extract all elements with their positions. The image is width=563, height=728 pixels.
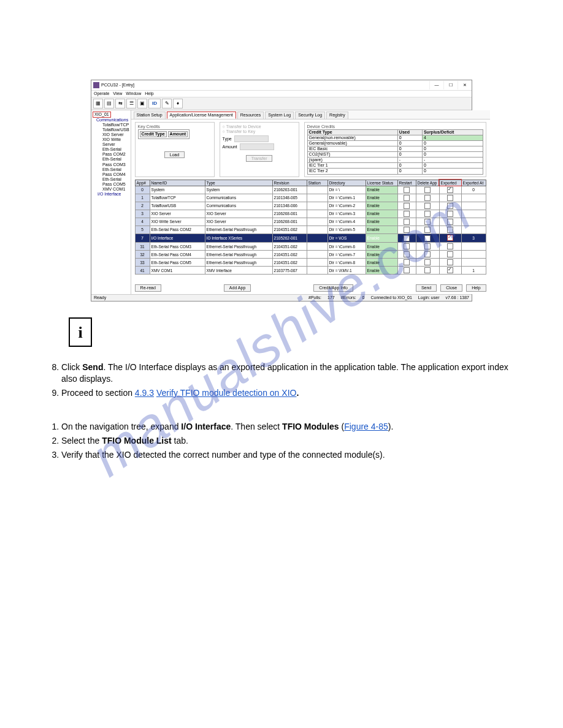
checkbox-icon[interactable] xyxy=(404,195,410,201)
table-header[interactable]: Exported At xyxy=(461,180,486,186)
link-figure-4-85[interactable]: Figure 4-85 xyxy=(344,422,388,431)
transfer-type-field[interactable] xyxy=(234,135,269,142)
checkbox-icon[interactable] xyxy=(424,211,431,217)
checkbox-icon[interactable] xyxy=(424,251,431,257)
add-app-button[interactable]: Add App xyxy=(224,284,251,292)
checkbox-icon[interactable] xyxy=(404,267,410,273)
transfer-to-device-radio[interactable]: ○ Transfer to Device xyxy=(223,124,296,129)
link-section-493[interactable]: 4.9.3 xyxy=(135,388,154,398)
tree-item[interactable]: XMV COM1 xyxy=(102,187,129,192)
checkbox-icon[interactable] xyxy=(447,259,453,265)
title-bar[interactable]: PCCU32 - [Entry] — ☐ ✕ xyxy=(91,80,472,91)
transfer-to-key-radio[interactable]: ○ Transfer to Key xyxy=(223,129,296,134)
checkbox-icon[interactable] xyxy=(424,203,431,209)
checkbox-icon[interactable] xyxy=(404,203,410,209)
menu-help[interactable]: Help xyxy=(145,91,153,96)
credit-app-info-button[interactable]: Credit/App Info xyxy=(313,284,353,292)
table-row[interactable]: 4XIO Write ServerXIO Server2106268-001Di… xyxy=(135,218,486,226)
table-row[interactable]: 0SystemSystem2106263-001Dir = \Enable0 xyxy=(135,186,486,194)
table-row[interactable]: 3XIO ServerXIO Server2106268-001Dir = \C… xyxy=(135,210,486,218)
checkbox-icon[interactable] xyxy=(447,211,453,217)
checkbox-icon[interactable] xyxy=(424,243,431,249)
close-button[interactable]: ✕ xyxy=(458,81,472,89)
send-button[interactable]: Send xyxy=(416,284,437,292)
table-header[interactable]: Name/ID xyxy=(150,180,205,186)
tab-resources[interactable]: Resources xyxy=(237,112,264,119)
checkbox-icon[interactable] xyxy=(424,267,431,273)
nav-tree[interactable]: XIO_01 Communications Totalflow/TCP Tota… xyxy=(91,110,131,294)
table-row[interactable]: 31Eth-Serial Pass COM3Ethernet-Serial Pa… xyxy=(135,243,486,251)
transfer-button[interactable]: Transfer xyxy=(246,155,273,162)
tab-station-setup[interactable]: Station Setup xyxy=(134,112,166,119)
checkbox-icon[interactable] xyxy=(404,227,410,233)
tree-item[interactable]: XIO Write Server xyxy=(102,137,129,147)
tab-app-license-mgmt[interactable]: Application/License Management xyxy=(167,112,236,119)
load-button[interactable]: Load xyxy=(164,151,185,158)
tree-item[interactable]: Eth-Serial Pass COM2 xyxy=(102,147,129,157)
tree-communications[interactable]: Communications xyxy=(96,118,129,123)
toolbar-icon[interactable]: ⇆ xyxy=(115,99,125,108)
table-header[interactable]: App# xyxy=(135,180,150,186)
toolbar-icon[interactable]: ☰ xyxy=(126,99,136,108)
link-verify-tfio[interactable]: Verify TFIO module detection on XIO xyxy=(156,388,297,398)
checkbox-icon[interactable] xyxy=(447,227,453,233)
checkbox-checked-icon[interactable] xyxy=(447,235,453,241)
close-button-panel[interactable]: Close xyxy=(440,284,462,292)
table-header[interactable]: License Status xyxy=(366,180,397,186)
toolbar-icon[interactable]: ♦ xyxy=(173,99,183,108)
tab-system-log[interactable]: System Log xyxy=(265,112,294,119)
toolbar-icon[interactable]: ✎ xyxy=(162,99,172,108)
table-header[interactable]: Exported xyxy=(439,180,461,186)
tree-item[interactable]: Eth-Serial Pass COM5 xyxy=(102,177,129,187)
transfer-amount-field[interactable] xyxy=(240,143,274,150)
tree-item[interactable]: Totalflow/TCP xyxy=(102,123,129,127)
tree-item[interactable]: Eth-Serial Pass COM3 xyxy=(102,157,129,167)
checkbox-icon[interactable] xyxy=(424,227,431,233)
table-row[interactable]: 1Totalflow/TCPCommunications2101348-005D… xyxy=(135,194,486,202)
table-header[interactable]: Restart xyxy=(397,180,416,186)
tree-io-interface[interactable]: I/O Interface xyxy=(98,192,129,197)
table-header[interactable]: Directory xyxy=(327,180,366,186)
checkbox-icon[interactable] xyxy=(447,219,453,225)
checkbox-icon[interactable] xyxy=(424,219,431,225)
checkbox-icon[interactable] xyxy=(404,235,410,241)
checkbox-checked-icon[interactable] xyxy=(447,187,453,193)
tree-root[interactable]: XIO_01 xyxy=(93,112,111,118)
table-row[interactable]: 33Eth-Serial Pass COM5Ethernet-Serial Pa… xyxy=(135,259,486,267)
checkbox-icon[interactable] xyxy=(424,259,431,265)
checkbox-checked-icon[interactable] xyxy=(447,267,453,273)
checkbox-icon[interactable] xyxy=(447,251,453,257)
checkbox-icon[interactable] xyxy=(404,259,410,265)
menu-view[interactable]: View xyxy=(113,91,122,96)
checkbox-icon[interactable] xyxy=(404,251,410,257)
reread-button[interactable]: Re-read xyxy=(135,284,161,292)
checkbox-icon[interactable] xyxy=(424,187,431,193)
table-header[interactable]: Revision xyxy=(272,180,307,186)
toolbar-icon[interactable]: ▤ xyxy=(104,99,114,108)
tree-item[interactable]: Totalflow/USB xyxy=(102,127,129,132)
menu-window[interactable]: Window xyxy=(126,91,141,96)
table-header[interactable]: Delete App xyxy=(416,180,439,186)
table-row[interactable]: 7I/O InterfaceIO Interface XSeries210526… xyxy=(135,233,486,242)
toolbar-icon[interactable]: ▣ xyxy=(137,99,147,108)
checkbox-icon[interactable] xyxy=(424,235,431,241)
tab-registry[interactable]: Registry xyxy=(326,112,348,119)
checkbox-icon[interactable] xyxy=(447,203,453,209)
table-header[interactable]: Station xyxy=(307,180,327,186)
toolbar-icon[interactable]: ▦ xyxy=(93,99,103,108)
menu-operate[interactable]: Operate xyxy=(94,91,109,96)
tab-security-log[interactable]: Security Log xyxy=(295,112,325,119)
maximize-button[interactable]: ☐ xyxy=(443,81,458,89)
table-row[interactable]: 41XMV COM1XMV Interface2103775-007Dir = … xyxy=(135,267,486,275)
table-header[interactable]: Type xyxy=(205,180,272,186)
application-table[interactable]: App#Name/IDTypeRevisionStationDirectoryL… xyxy=(135,180,486,275)
checkbox-icon[interactable] xyxy=(404,219,410,225)
checkbox-icon[interactable] xyxy=(404,243,410,249)
tree-item[interactable]: Eth-Serial Pass COM4 xyxy=(102,167,129,177)
table-row[interactable]: 5Eth-Serial Pass COM2Ethernet-Serial Pas… xyxy=(135,226,486,233)
checkbox-icon[interactable] xyxy=(447,195,453,201)
toolbar-id-icon[interactable]: ID xyxy=(148,99,161,108)
table-row[interactable]: 2Totalflow/USBCommunications2101348-006D… xyxy=(135,202,486,210)
table-row[interactable]: 32Eth-Serial Pass COM4Ethernet-Serial Pa… xyxy=(135,251,486,259)
minimize-button[interactable]: — xyxy=(429,81,443,89)
